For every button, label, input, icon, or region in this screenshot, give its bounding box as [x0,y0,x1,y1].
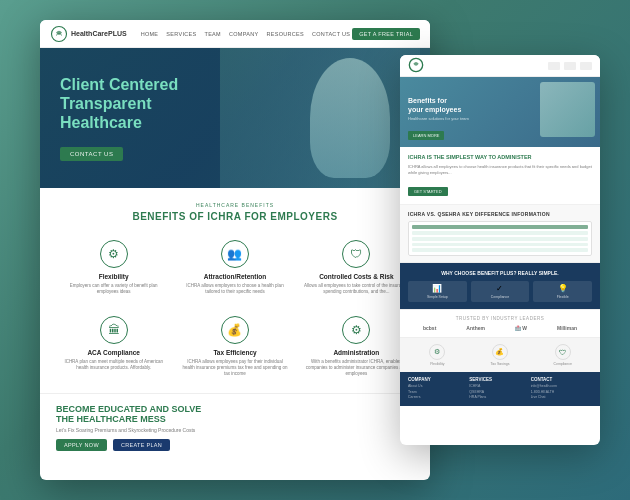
w2-features-section: WHY CHOOSE BENEFIT PLUS? REALLY SIMPLE. … [400,263,600,310]
benefit-flexibility-title: Flexibility [60,273,167,280]
w2-benefits-icons-section: ⚙ Flexibility 💰 Tax Savings 🛡 Compliance [400,338,600,372]
nav-cta-button[interactable]: GET A FREE TRIAL [352,28,420,40]
benefit-attraction: 👥 Attraction/Retention ICHRA allows empl… [177,234,292,302]
benefit-aca-title: ACA Compliance [60,349,167,356]
benefit-attraction-title: Attraction/Retention [181,273,288,280]
benefit-aca-desc: ICHRA plan can meet multiple needs of Am… [60,359,167,372]
w2-feature-icon-3: 💡 [536,284,589,293]
benefits-section: HEALTHCARE BENEFITS BENEFITS OF ICHRA FO… [40,188,430,393]
w2-footer-col-company-item3: Careers [408,395,469,401]
hero-title: Client Centered Transparent Healthcare [60,75,178,133]
educated-section: BECOME EDUCATED AND SOLVE THE HEALTHCARE… [40,393,430,459]
w2-nav-icons [548,62,592,70]
w2-feature-label-1: Simple Setup [411,295,464,299]
nav-company[interactable]: COMPANY [229,31,259,37]
benefit-attraction-desc: ICHRA allows employers to choose a healt… [181,283,288,296]
admin-icon: ⚙ [342,316,370,344]
nav-services[interactable]: SERVICES [166,31,196,37]
w2-footer-icon-flexibility: ⚙ [429,344,445,360]
w2-section-title: ICHRA IS THE SIMPLEST WAY TO ADMINISTER [408,154,592,160]
w2-hero-image [540,82,595,137]
logo-text: HealthCarePLUS [71,30,127,37]
apply-button[interactable]: APPLY NOW [56,439,107,451]
w2-footer-label-compliance: Compliance [533,362,592,366]
w2-table-row-3 [412,243,588,247]
w2-nav-icon-3 [580,62,592,70]
benefit-flexibility: ⚙ Flexibility Employers can offer a vari… [56,234,171,302]
w2-footer-flexibility: ⚙ Flexibility [408,344,467,366]
w2-footer-col-contact: CONTACT info@health.com 1-800-HEALTH Liv… [531,377,592,401]
main-browser-window: HealthCarePLUS HOME SERVICES TEAM COMPAN… [40,20,430,480]
w2-table-row-4 [412,248,588,252]
w2-feature-icon-2: ✓ [474,284,527,293]
w2-table-row-2 [412,237,588,241]
nav-team[interactable]: TEAM [204,31,220,37]
w2-get-started-button[interactable]: GET STARTED [408,187,448,196]
w2-footer-col-services-item3: HRA Plans [469,395,530,401]
w2-ichra-section: ICHRA IS THE SIMPLEST WAY TO ADMINISTER … [400,147,600,205]
logo-bcbst: bcbst [423,325,436,331]
w2-footer-col-contact-title: CONTACT [531,377,592,382]
w2-feature-setup: 📊 Simple Setup [408,281,467,302]
w2-table-header-row [412,225,588,229]
w2-footer-col-company: COMPANY About Us Team Careers [408,377,469,401]
benefit-tax: 💰 Tax Efficiency ICHRA allows employees … [177,310,292,384]
w2-hero-content: Benefits for your employees Healthcare s… [408,97,469,141]
nav-resources[interactable]: RESOURCES [266,31,304,37]
benefits-grid: ⚙ Flexibility Employers can offer a vari… [56,234,414,383]
tax-icon: 💰 [221,316,249,344]
w2-footer-compliance: 🛡 Compliance [533,344,592,366]
logo-anthem: Anthem [466,325,485,331]
w2-footer-label-flexibility: Flexibility [408,362,467,366]
w2-features-grid: 📊 Simple Setup ✓ Compliance 💡 Flexible [408,281,592,302]
w2-section-desc: ICHRA allows all employees to choose hea… [408,164,592,175]
site-logo: HealthCarePLUS [50,25,127,43]
w2-logos-section: TRUSTED BY INDUSTRY LEADERS bcbst Anthem… [400,310,600,338]
w2-footer-tax: 💰 Tax Savings [471,344,530,366]
create-plan-button[interactable]: CREATE PLAN [113,439,170,451]
w2-table-row-1 [412,231,588,235]
hero-cta-button[interactable]: CONTACT US [60,147,123,161]
w2-footer-icon-tax: 💰 [492,344,508,360]
logo-milliman: Milliman [557,325,577,331]
w2-footer-label-tax: Tax Savings [471,362,530,366]
benefit-admin: ⚙ Administration With a benefits adminis… [299,310,414,384]
w2-hero-sub: Healthcare solutions for your team [408,116,469,121]
w2-logos-title: TRUSTED BY INDUSTRY LEADERS [408,316,592,321]
benefits-title-highlight: ICHRA [204,211,241,222]
w2-feature-compliance: ✓ Compliance [471,281,530,302]
secondary-browser-window: Benefits for your employees Healthcare s… [400,55,600,445]
w2-hero-title: Benefits for your employees [408,97,469,114]
benefit-tax-desc: ICHRA allows employees pay for their ind… [181,359,288,378]
nav-home[interactable]: HOME [141,31,159,37]
benefit-flexibility-desc: Employers can offer a variety of benefit… [60,283,167,296]
w2-hero: Benefits for your employees Healthcare s… [400,77,600,147]
w2-feature-label-2: Compliance [474,295,527,299]
w2-footer-col-contact-item3: Live Chat [531,395,592,401]
nav-links: HOME SERVICES TEAM COMPANY RESOURCES CON… [141,31,353,37]
w2-footer: COMPANY About Us Team Careers SERVICES I… [400,372,600,406]
w2-hero-btn[interactable]: LEARN MORE [408,131,444,140]
hero-background-image [220,48,420,188]
aca-icon: 🏛 [100,316,128,344]
w2-table-title: ICHRA vs. QSEHRA KEY DIFFERENCE INFORMAT… [408,211,592,217]
nav-contact[interactable]: CONTACT US [312,31,350,37]
navigation: HealthCarePLUS HOME SERVICES TEAM COMPAN… [40,20,430,48]
benefit-aca: 🏛 ACA Compliance ICHRA plan can meet mul… [56,310,171,384]
benefit-admin-title: Administration [303,349,410,356]
w2-footer-col-services: SERVICES ICHRA QSEHRA HRA Plans [469,377,530,401]
w2-logos-row: bcbst Anthem 🏥 W Milliman [408,325,592,331]
benefits-subtitle: HEALTHCARE BENEFITS [56,202,414,208]
hero-title-line1: Client Centered [60,76,178,93]
w2-logo [408,57,424,74]
benefit-costs: 🛡 Controlled Costs & Risk Allows all emp… [299,234,414,302]
w2-logo-icon [408,57,424,73]
w2-features-title: WHY CHOOSE BENEFIT PLUS? REALLY SIMPLE. [408,270,592,276]
educated-title: BECOME EDUCATED AND SOLVE THE HEALTHCARE… [56,404,414,424]
benefit-admin-desc: With a benefits administrator ICHRA, ena… [303,359,410,378]
hero-title-line2: Transparent [60,95,152,112]
educated-desc: Let's Fix Soaring Premiums and Skyrocket… [56,427,414,433]
w2-nav-icon-2 [564,62,576,70]
w2-footer-col-company-title: COMPANY [408,377,469,382]
w2-footer-col-services-title: SERVICES [469,377,530,382]
